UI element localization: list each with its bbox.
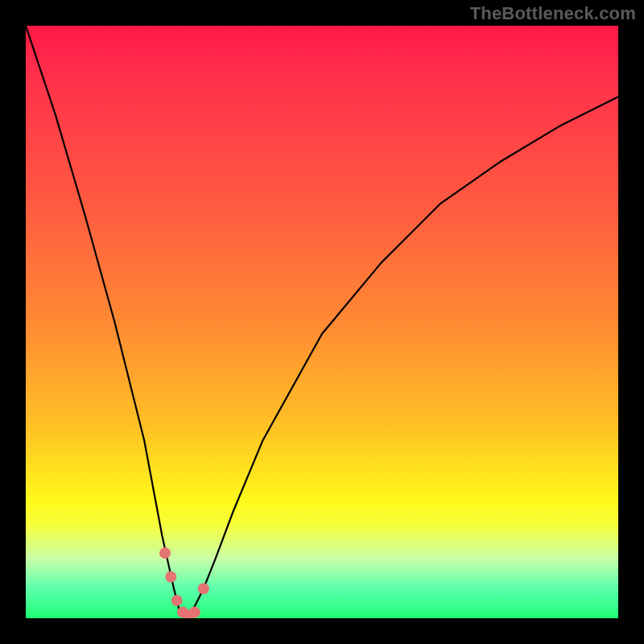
marker-dot [189, 607, 200, 618]
plot-area [26, 26, 618, 618]
bottleneck-curve [26, 26, 618, 618]
marker-dots [159, 547, 209, 618]
marker-dot [171, 595, 183, 606]
marker-dot [165, 572, 176, 583]
marker-dot [159, 547, 171, 559]
curve-layer [26, 26, 618, 618]
watermark-text: TheBottleneck.com [470, 3, 636, 24]
chart-frame: TheBottleneck.com [0, 0, 644, 644]
marker-dot [198, 583, 209, 594]
